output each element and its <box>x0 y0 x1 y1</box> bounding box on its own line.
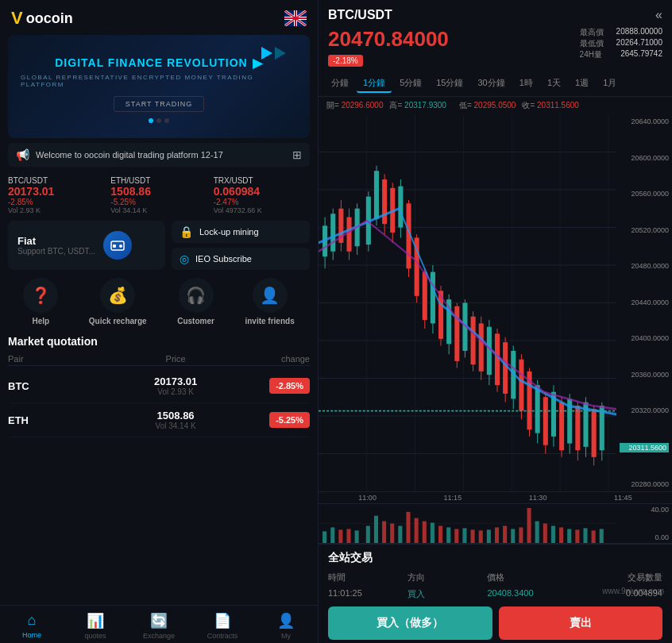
eth-row-pair: ETH <box>8 414 120 426</box>
svg-rect-108 <box>382 522 386 543</box>
eth-row-change: -5.25% <box>269 412 310 428</box>
market-row-eth[interactable]: ETH 1508.86 Vol 34.14 K -5.25% <box>8 403 310 437</box>
tab-1day[interactable]: 1天 <box>541 75 567 93</box>
ps-1: 20640.0000 <box>620 117 669 125</box>
start-trading-button[interactable]: START TRADING <box>114 96 204 112</box>
customer-label: Customer <box>177 317 214 325</box>
fiat-card[interactable]: Fiat Support BTC, USDT... <box>8 221 165 270</box>
ta-4: 11:45 <box>614 494 632 502</box>
price-change-badge: -2.18% <box>328 55 363 67</box>
nav-quotes[interactable]: 📊 quotes <box>64 612 127 640</box>
eth-price: 1508.86 <box>110 185 207 198</box>
sell-button[interactable]: 賣出 <box>499 606 663 640</box>
tab-1min[interactable]: 1分鐘 <box>357 75 392 93</box>
ohlc-open: 開= 20296.6000 <box>326 100 383 111</box>
buy-button[interactable]: 買入（做多） <box>328 606 492 640</box>
nav-home[interactable]: ⌂ Home <box>0 612 64 640</box>
market-row-btc[interactable]: BTC 20173.01 Vol 2.93 K -2.85% <box>8 369 310 403</box>
triangle-1-icon <box>261 47 272 60</box>
eth-row-vol: Vol 34.14 K <box>120 422 232 430</box>
home-label: Home <box>22 631 41 639</box>
home-icon: ⌂ <box>28 612 37 629</box>
btc-row-vol: Vol 2.93 K <box>120 387 232 396</box>
svg-rect-115 <box>438 526 442 543</box>
speaker-icon: 📢 <box>16 148 29 161</box>
svg-rect-131 <box>567 529 571 543</box>
svg-rect-83 <box>543 397 548 445</box>
trx-price: 0.060984 <box>214 185 310 198</box>
fiat-subtitle: Support BTC, USDT... <box>17 247 95 256</box>
exchange-icon: 🔄 <box>150 612 168 630</box>
market-section: Market quotation Pair Price change BTC 2… <box>0 330 318 441</box>
exchange-label: Exchange <box>143 632 175 640</box>
svg-rect-116 <box>446 527 450 543</box>
chart-area: 20640.0000 20600.0000 20560.0000 20520.0… <box>319 114 672 491</box>
ps-7: 20400.0000 <box>620 334 669 342</box>
svg-rect-112 <box>415 518 419 543</box>
ticker-trx[interactable]: TRX/USDT 0.060984 -2.47% Vol 49732.66 K <box>214 176 310 214</box>
svg-rect-133 <box>583 528 587 543</box>
flag-icon[interactable] <box>284 10 307 26</box>
svg-rect-132 <box>575 529 579 543</box>
tab-30min[interactable]: 30分鐘 <box>472 75 512 93</box>
svg-rect-47 <box>398 187 403 228</box>
ohlc-bar: 開= 20296.6000 高= 20317.9300 低= 20295.050… <box>319 97 672 114</box>
action-quick-recharge[interactable]: 💰 Quick recharge <box>89 278 147 325</box>
ieo-card[interactable]: ◎ IEO Subscribe <box>172 248 310 270</box>
left-header: V oocoin <box>0 0 318 35</box>
dot-3 <box>164 118 169 123</box>
help-icon-circle: ❓ <box>23 278 58 313</box>
svg-rect-77 <box>519 360 523 411</box>
bottom-nav: ⌂ Home 📊 quotes 🔄 Exchange 📄 Contracts 👤… <box>0 605 318 643</box>
ta-1: 11:00 <box>358 494 377 502</box>
quick-recharge-icon-circle: 💰 <box>100 278 135 313</box>
tab-15min[interactable]: 15分鐘 <box>430 75 469 93</box>
fiat-icon <box>103 231 132 260</box>
market-header: Pair Price change <box>8 352 310 366</box>
ta-3: 11:30 <box>529 494 547 502</box>
current-price-indicator: 20311.5600 <box>620 443 669 452</box>
lock-mining-card[interactable]: 🔒 Lock-up mining <box>172 221 310 243</box>
price-section: 20470.84000 -2.18% 最高價 20888.00000 最低價 2… <box>319 27 672 71</box>
trade-buttons: 買入（做多） 賣出 <box>328 606 662 640</box>
ps-5: 20480.0000 <box>620 262 669 270</box>
action-help[interactable]: ❓ Help <box>23 278 58 325</box>
logo-v-icon: V <box>11 8 23 29</box>
ticker-btc[interactable]: BTC/USDT 20173.01 -2.85% Vol 2.93 K <box>8 176 104 214</box>
svg-rect-35 <box>346 218 351 252</box>
contracts-icon: 📄 <box>214 612 231 630</box>
tab-1month[interactable]: 1月 <box>597 75 623 93</box>
grid-icon: ⊞ <box>292 148 302 161</box>
ticker-eth[interactable]: ETH/USDT 1508.86 -5.25% Vol 34.14 K <box>110 176 207 214</box>
feature-cards: Fiat Support BTC, USDT... 🔒 Lock-up mini… <box>0 221 318 270</box>
svg-rect-101 <box>322 531 326 543</box>
price-stats: 最高價 20888.00000 最低價 20264.71000 24H量 264… <box>580 27 662 60</box>
svg-rect-103 <box>338 529 342 543</box>
action-customer[interactable]: 🎧 Customer <box>177 278 214 325</box>
ohlc-high: 高= 20317.9300 <box>389 100 446 111</box>
nav-contracts[interactable]: 📄 Contracts <box>191 612 254 640</box>
tab-minutes[interactable]: 分鐘 <box>325 75 355 93</box>
svg-rect-41 <box>374 171 379 218</box>
h24-label: 24H量 <box>580 49 602 60</box>
ps-8: 20360.0000 <box>620 371 669 379</box>
tab-1hour[interactable]: 1時 <box>513 75 539 93</box>
trx-pair: TRX/USDT <box>214 176 310 185</box>
action-invite-friends[interactable]: 👤 invite friends <box>245 278 294 325</box>
svg-rect-125 <box>519 527 523 543</box>
nav-my[interactable]: 👤 My <box>254 612 318 640</box>
tab-5min[interactable]: 5分鐘 <box>393 75 428 93</box>
customer-icon-circle: 🎧 <box>179 278 214 313</box>
notice-bar[interactable]: 📢 Welcome to oocoin digital trading plat… <box>8 143 310 167</box>
svg-rect-91 <box>575 406 580 450</box>
svg-rect-65 <box>471 317 476 364</box>
candlestick-chart <box>319 114 616 491</box>
right-panel: BTC/USDT « 20470.84000 -2.18% 最高價 20888.… <box>318 0 672 643</box>
ps-9: 20320.0000 <box>620 406 669 414</box>
svg-rect-31 <box>330 214 335 252</box>
back-icon[interactable]: « <box>655 8 662 22</box>
tab-1week[interactable]: 1週 <box>569 75 595 93</box>
trx-change: -2.47% <box>214 198 310 206</box>
nav-exchange[interactable]: 🔄 Exchange <box>127 612 191 640</box>
ps-3: 20560.0000 <box>620 190 669 198</box>
